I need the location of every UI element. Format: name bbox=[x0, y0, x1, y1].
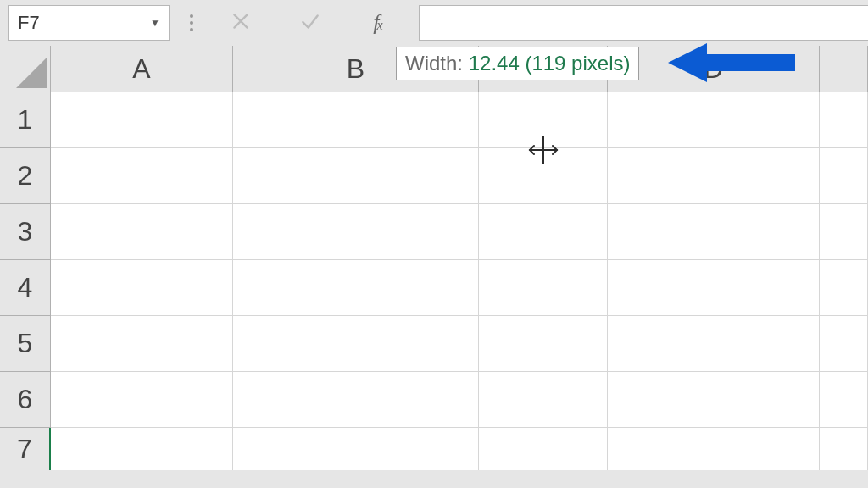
cell[interactable] bbox=[479, 260, 608, 316]
cell[interactable] bbox=[820, 260, 868, 316]
chevron-down-icon: ▼ bbox=[150, 17, 160, 29]
formula-bar-options-icon[interactable] bbox=[185, 14, 198, 31]
grid-row: 1 bbox=[0, 92, 868, 148]
row-header-7[interactable]: 7 bbox=[0, 428, 51, 470]
cell[interactable] bbox=[608, 92, 820, 148]
cell[interactable] bbox=[479, 372, 608, 428]
cell[interactable] bbox=[820, 428, 868, 470]
fx-icon: fx bbox=[373, 10, 382, 36]
tooltip-prefix: Width: bbox=[405, 52, 469, 75]
row-header-2[interactable]: 2 bbox=[0, 148, 51, 204]
name-box[interactable]: F7 ▼ bbox=[8, 5, 170, 41]
spreadsheet-grid: A B C D 1 2 3 4 5 bbox=[0, 46, 868, 470]
cell[interactable] bbox=[479, 428, 608, 470]
cell[interactable] bbox=[608, 148, 820, 204]
formula-bar: F7 ▼ fx bbox=[0, 0, 868, 46]
cell[interactable] bbox=[820, 148, 868, 204]
grid-row: 3 bbox=[0, 204, 868, 260]
cancel-button[interactable] bbox=[214, 5, 268, 41]
cell[interactable] bbox=[51, 428, 233, 470]
annotation-arrow-icon bbox=[668, 40, 795, 86]
cell[interactable] bbox=[51, 372, 233, 428]
grid-row: 7 bbox=[0, 428, 868, 470]
row-header-3[interactable]: 3 bbox=[0, 204, 51, 260]
cell[interactable] bbox=[233, 428, 479, 470]
row-header-6[interactable]: 6 bbox=[0, 372, 51, 428]
cell[interactable] bbox=[233, 316, 479, 372]
column-header-a[interactable]: A bbox=[51, 46, 233, 92]
check-icon bbox=[299, 10, 321, 36]
cell[interactable] bbox=[479, 316, 608, 372]
cell[interactable] bbox=[51, 260, 233, 316]
cell[interactable] bbox=[820, 316, 868, 372]
row-header-4[interactable]: 4 bbox=[0, 260, 51, 316]
svg-marker-0 bbox=[668, 43, 795, 82]
cell[interactable] bbox=[608, 372, 820, 428]
cell[interactable] bbox=[479, 204, 608, 260]
cell[interactable] bbox=[608, 204, 820, 260]
cell[interactable] bbox=[233, 204, 479, 260]
grid-row: 5 bbox=[0, 316, 868, 372]
cell[interactable] bbox=[51, 92, 233, 148]
grid-row: 4 bbox=[0, 260, 868, 316]
row-header-1[interactable]: 1 bbox=[0, 92, 51, 148]
column-header-extra[interactable] bbox=[820, 46, 868, 92]
cell[interactable] bbox=[820, 92, 868, 148]
cell[interactable] bbox=[233, 148, 479, 204]
cell[interactable] bbox=[51, 204, 233, 260]
cell[interactable] bbox=[233, 92, 479, 148]
cell[interactable] bbox=[608, 260, 820, 316]
cell[interactable] bbox=[608, 316, 820, 372]
grid-row: 2 bbox=[0, 148, 868, 204]
formula-input[interactable] bbox=[419, 5, 868, 41]
cell[interactable] bbox=[820, 204, 868, 260]
column-width-tooltip: Width: 12.44 (119 pixels) bbox=[396, 47, 639, 80]
cell[interactable] bbox=[608, 428, 820, 470]
cancel-icon bbox=[230, 10, 252, 36]
enter-button[interactable] bbox=[283, 5, 337, 41]
cell[interactable] bbox=[479, 92, 608, 148]
cell[interactable] bbox=[233, 372, 479, 428]
cell[interactable] bbox=[820, 372, 868, 428]
cell[interactable] bbox=[51, 316, 233, 372]
grid-row: 6 bbox=[0, 372, 868, 428]
tooltip-value: 12.44 (119 pixels) bbox=[469, 52, 631, 75]
cell[interactable] bbox=[479, 148, 608, 204]
name-box-value: F7 bbox=[18, 12, 150, 34]
row-header-5[interactable]: 5 bbox=[0, 316, 51, 372]
cell[interactable] bbox=[51, 148, 233, 204]
cell[interactable] bbox=[233, 260, 479, 316]
select-all-button[interactable] bbox=[0, 46, 51, 92]
insert-function-button[interactable]: fx bbox=[353, 5, 403, 41]
select-all-triangle-icon bbox=[16, 58, 47, 88]
